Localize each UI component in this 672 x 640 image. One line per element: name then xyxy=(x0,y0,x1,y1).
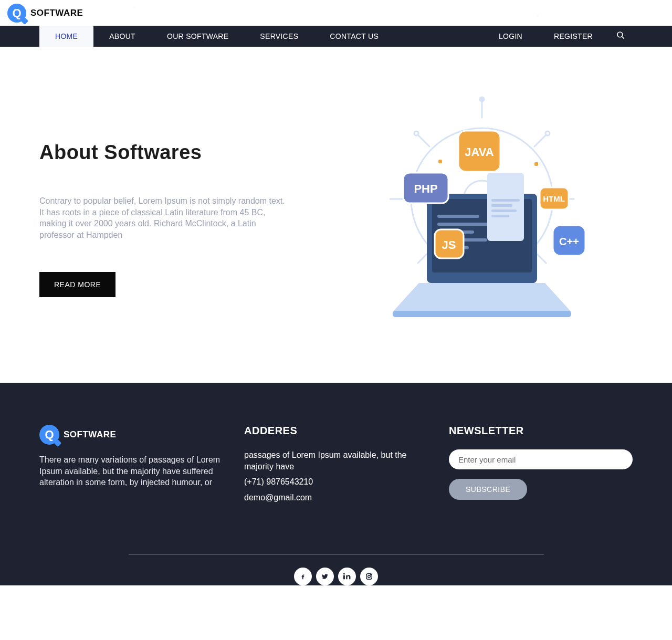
about-illustration: JAVA PHP HTML JS C++ xyxy=(299,78,633,335)
svg-rect-40 xyxy=(534,162,538,166)
logo-icon: Q xyxy=(7,4,26,23)
footer-brand-name: SOFTWARE xyxy=(64,429,116,440)
about-title: About Softwares xyxy=(39,141,289,164)
svg-point-0 xyxy=(617,32,623,37)
nav-software[interactable]: OUR SOFTWARE xyxy=(151,26,244,47)
instagram-icon[interactable] xyxy=(360,568,378,585)
search-button[interactable] xyxy=(608,30,633,42)
read-more-button[interactable]: READ MORE xyxy=(39,272,116,297)
twitter-icon[interactable] xyxy=(316,568,334,585)
address-heading: ADDERES xyxy=(244,425,428,437)
svg-text:PHP: PHP xyxy=(414,182,437,195)
about-body: Contrary to popular belief, Lorem Ipsum … xyxy=(39,195,289,240)
svg-text:HTML: HTML xyxy=(543,194,565,203)
svg-rect-25 xyxy=(491,199,520,202)
svg-rect-27 xyxy=(491,209,517,212)
svg-point-12 xyxy=(545,131,550,135)
brand-name: SOFTWARE xyxy=(30,8,83,18)
svg-point-10 xyxy=(414,131,418,135)
svg-line-11 xyxy=(534,135,546,146)
svg-text:JAVA: JAVA xyxy=(465,145,494,159)
nav-home[interactable]: HOME xyxy=(39,26,93,47)
nav-contact[interactable]: CONTACT US xyxy=(314,26,394,47)
newsletter-heading: NEWSLETTER xyxy=(449,425,633,437)
svg-point-43 xyxy=(371,575,371,575)
nav-login[interactable]: LOGIN xyxy=(483,32,538,40)
footer: Q SOFTWARE There are many variations of … xyxy=(0,383,672,585)
svg-line-1 xyxy=(622,37,624,39)
address-phone[interactable]: (+71) 9876543210 xyxy=(244,476,428,488)
address-email[interactable]: demo@gmail.com xyxy=(244,492,428,503)
svg-point-42 xyxy=(368,575,371,578)
nav-services[interactable]: SERVICES xyxy=(244,26,314,47)
facebook-icon[interactable] xyxy=(294,568,312,585)
search-icon xyxy=(616,30,625,42)
nav-about[interactable]: ABOUT xyxy=(93,26,151,47)
linkedin-icon[interactable] xyxy=(338,568,356,585)
svg-rect-16 xyxy=(393,311,571,317)
address-line: passages of Lorem Ipsum available, but t… xyxy=(244,449,428,472)
footer-about-text: There are many variations of passages of… xyxy=(39,454,223,488)
svg-rect-26 xyxy=(491,204,512,207)
footer-logo-icon: Q xyxy=(39,425,59,445)
social-links xyxy=(294,568,378,585)
svg-point-5 xyxy=(480,97,484,101)
footer-divider xyxy=(129,554,544,555)
svg-rect-28 xyxy=(491,215,509,217)
svg-line-9 xyxy=(418,135,429,146)
svg-rect-39 xyxy=(438,160,442,163)
subscribe-button[interactable]: SUBSCRIBE xyxy=(449,479,527,500)
svg-rect-19 xyxy=(437,215,479,218)
svg-rect-20 xyxy=(437,223,490,226)
topbar: Q SOFTWARE xyxy=(0,0,672,26)
about-section: About Softwares Contrary to popular beli… xyxy=(0,47,672,383)
svg-text:JS: JS xyxy=(442,238,456,251)
newsletter-email-input[interactable] xyxy=(449,449,633,469)
main-nav: HOME ABOUT OUR SOFTWARE SERVICES CONTACT… xyxy=(0,26,672,47)
nav-register[interactable]: REGISTER xyxy=(538,32,608,40)
svg-marker-15 xyxy=(393,283,571,312)
svg-text:C++: C++ xyxy=(559,236,579,247)
